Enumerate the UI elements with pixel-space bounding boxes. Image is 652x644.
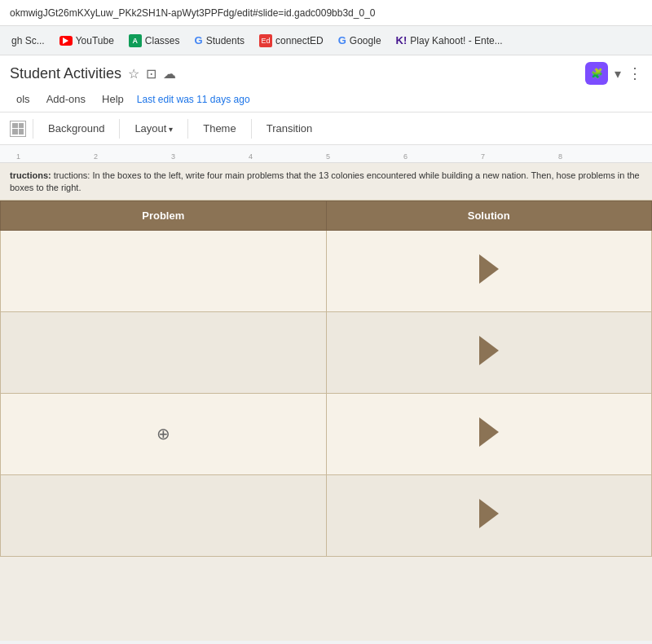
table-row[interactable] — [1, 474, 652, 556]
slides-topbar: Student Activities ☆ ⊡ ☁ 🧩 ▾ ⋮ ols Add-o… — [0, 55, 652, 112]
browser-chrome: okmwigJGt26mKXyLuw_PKk2SH1N-apWyt3PPFdg/… — [0, 0, 652, 641]
menu-ols[interactable]: ols — [10, 90, 37, 108]
toolbar-divider-3 — [187, 119, 188, 139]
table-row[interactable] — [1, 311, 652, 393]
problem-solution-table: Problem Solution — [0, 201, 652, 557]
arrow-icon-4 — [479, 499, 499, 528]
address-bar[interactable]: okmwigJGt26mKXyLuw_PKk2SH1N-apWyt3PPFdg/… — [0, 0, 652, 26]
connected-label: connectED — [275, 35, 324, 46]
problem-header: Problem — [1, 201, 327, 230]
arrow-icon-1 — [479, 254, 499, 284]
toolbar-divider-4 — [251, 119, 252, 139]
star-icon[interactable]: ☆ — [128, 66, 139, 82]
students-label: Students — [206, 35, 244, 46]
classes-label: Classes — [145, 35, 180, 46]
last-edit-text: Last edit was 11 days ago — [137, 94, 250, 105]
bookmark-students[interactable]: G Students — [190, 32, 250, 49]
title-icons: ☆ ⊡ ☁ — [128, 66, 176, 82]
theme-button[interactable]: Theme — [195, 119, 244, 138]
menu-bar: ols Add-ons Help Last edit was 11 days a… — [10, 88, 642, 112]
solution-cell-2 — [326, 311, 652, 393]
connected-icon: Ed — [259, 34, 272, 47]
transition-button[interactable]: Transition — [258, 119, 321, 138]
table-row[interactable]: ⊕ — [1, 393, 652, 474]
arrow-icon-2 — [479, 336, 499, 365]
kahoot-label: Play Kahoot! - Ente... — [410, 35, 502, 46]
layout-grid-icon — [10, 121, 26, 137]
toolbar-divider-2 — [119, 119, 120, 139]
gh-label: gh Sc... — [11, 35, 45, 46]
problem-cell-3[interactable]: ⊕ — [1, 393, 327, 474]
extension-icon[interactable]: 🧩 — [585, 62, 608, 85]
bookmark-classes[interactable]: A Classes — [124, 32, 185, 50]
youtube-icon — [59, 36, 73, 46]
google-label: Google — [350, 35, 381, 46]
instructions-text: tructions: tructions: In the boxes to th… — [0, 163, 652, 201]
solution-header: Solution — [326, 201, 652, 230]
kahoot-icon: K! — [396, 34, 408, 46]
toolbar-divider-1 — [33, 119, 33, 139]
presentation-title: Student Activities — [10, 65, 121, 82]
url-text: okmwigJGt26mKXyLuw_PKk2SH1N-apWyt3PPFdg/… — [10, 7, 375, 19]
solution-cell-4 — [326, 474, 652, 556]
table-row[interactable] — [1, 230, 652, 311]
problem-cell-2[interactable] — [1, 311, 327, 393]
bookmark-google[interactable]: G Google — [333, 32, 386, 49]
ruler: 1 2 3 4 5 6 7 8 — [0, 145, 652, 163]
ruler-marks: 1 2 3 4 5 6 7 8 — [16, 152, 652, 161]
folder-icon[interactable]: ⊡ — [146, 66, 156, 82]
solution-cell-3 — [326, 393, 652, 474]
slide-content: tructions: tructions: In the boxes to th… — [0, 163, 652, 641]
google-icon: G — [338, 34, 346, 46]
topbar-right: 🧩 ▾ ⋮ — [585, 62, 642, 85]
bookmark-gh[interactable]: gh Sc... — [7, 33, 50, 49]
more-options-icon[interactable]: ⋮ — [628, 64, 642, 82]
title-row: Student Activities ☆ ⊡ ☁ 🧩 ▾ ⋮ — [10, 59, 642, 88]
background-button[interactable]: Background — [40, 119, 112, 138]
menu-addons[interactable]: Add-ons — [40, 90, 92, 108]
table-header-row: Problem Solution — [1, 201, 652, 230]
cloud-icon[interactable]: ☁ — [163, 66, 176, 82]
google-students-icon: G — [195, 34, 203, 46]
bookmarks-bar: gh Sc... YouTube A Classes G Students Ed… — [0, 26, 652, 55]
problem-cell-1[interactable] — [1, 230, 327, 311]
slides-toolbar: Background Layout Theme Transition — [0, 112, 652, 145]
solution-cell-1 — [326, 230, 652, 311]
slide-editor: tructions: tructions: In the boxes to th… — [0, 163, 652, 641]
layout-button[interactable]: Layout — [126, 119, 181, 138]
bookmark-youtube[interactable]: YouTube — [55, 33, 119, 49]
youtube-label: YouTube — [76, 35, 114, 46]
problem-cell-4[interactable] — [1, 474, 327, 556]
classes-icon: A — [129, 34, 142, 47]
bookmark-kahoot[interactable]: K! Play Kahoot! - Ente... — [391, 32, 508, 49]
arrow-icon-3 — [479, 417, 499, 447]
menu-help[interactable]: Help — [95, 90, 130, 108]
move-cursor-icon: ⊕ — [156, 424, 170, 443]
bookmark-connected[interactable]: Ed connectED — [254, 32, 328, 50]
dropdown-arrow[interactable]: ▾ — [615, 66, 621, 82]
